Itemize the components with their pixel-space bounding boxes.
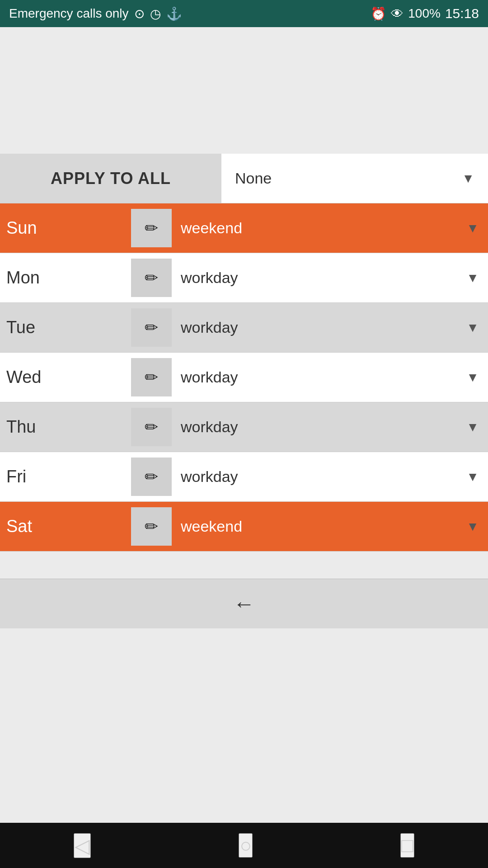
back-row: ← [0, 579, 488, 628]
edit-icon-mon [145, 269, 158, 288]
edit-button-sun[interactable] [131, 209, 172, 247]
battery-text: 100% [408, 6, 441, 21]
day-type-mon: workday [181, 269, 238, 287]
day-dropdown-fri[interactable]: workday▼ [176, 468, 488, 486]
day-row-wed: Wedworkday▼ [0, 353, 488, 402]
day-label-wed: Wed [0, 368, 131, 387]
back-button[interactable]: ← [233, 591, 255, 616]
apply-dropdown-chevron: ▼ [462, 171, 474, 186]
edit-button-sat[interactable] [131, 507, 172, 546]
day-dropdown-sat[interactable]: weekend▼ [176, 518, 488, 535]
nav-recent-button[interactable]: □ [400, 833, 414, 858]
day-dropdown-wed[interactable]: workday▼ [176, 368, 488, 386]
day-label-tue: Tue [0, 318, 131, 337]
day-chevron-mon: ▼ [466, 271, 479, 285]
day-label-sat: Sat [0, 517, 131, 536]
status-right: ⏰ 👁 100% 15:18 [371, 6, 479, 21]
day-dropdown-mon[interactable]: workday▼ [176, 269, 488, 287]
day-row-mon: Monworkday▼ [0, 253, 488, 303]
day-row-sun: Sunweekend▼ [0, 203, 488, 253]
day-chevron-tue: ▼ [466, 321, 479, 335]
day-chevron-wed: ▼ [466, 370, 479, 385]
day-dropdown-sun[interactable]: weekend▼ [176, 219, 488, 237]
day-type-wed: workday [181, 368, 238, 386]
day-row-tue: Tueworkday▼ [0, 303, 488, 353]
edit-button-fri[interactable] [131, 458, 172, 496]
day-label-thu: Thu [0, 417, 131, 437]
edit-icon-thu [145, 418, 158, 437]
day-type-tue: workday [181, 319, 238, 336]
edit-icon-sat [145, 517, 158, 536]
day-type-sun: weekend [181, 219, 242, 237]
edit-icon-sun [145, 219, 158, 238]
nav-home-button[interactable]: ○ [239, 833, 253, 858]
edit-icon-fri [145, 467, 158, 486]
apply-to-all-dropdown[interactable]: None ▼ [221, 154, 488, 203]
main-content: APPLY TO ALL None ▼ Sunweekend▼Monworkda… [0, 154, 488, 823]
day-label-sun: Sun [0, 218, 131, 238]
edit-button-mon[interactable] [131, 259, 172, 297]
wifi-icon: ⊙ [134, 6, 145, 21]
day-row-fri: Friworkday▼ [0, 452, 488, 502]
edit-button-thu[interactable] [131, 408, 172, 446]
nav-bar: ◁ ○ □ [0, 823, 488, 868]
day-label-mon: Mon [0, 268, 131, 288]
status-calls-text: Emergency calls only [9, 6, 129, 21]
status-bar: Emergency calls only ⊙ ◷ ⚓ ⏰ 👁 100% 15:1… [0, 0, 488, 27]
usb-icon: ⚓ [166, 6, 182, 21]
day-type-sat: weekend [181, 518, 242, 535]
edit-button-tue[interactable] [131, 308, 172, 347]
day-chevron-sat: ▼ [466, 519, 479, 534]
top-spacer [0, 27, 488, 154]
edit-button-wed[interactable] [131, 358, 172, 396]
apply-dropdown-value: None [235, 170, 272, 187]
status-left: Emergency calls only ⊙ ◷ ⚓ [9, 6, 182, 21]
day-row-thu: Thuworkday▼ [0, 402, 488, 452]
edit-icon-wed [145, 368, 158, 387]
status-time: 15:18 [445, 6, 479, 21]
nav-back-button[interactable]: ◁ [74, 833, 91, 858]
days-container: Sunweekend▼Monworkday▼Tueworkday▼Wedwork… [0, 203, 488, 552]
day-row-sat: Satweekend▼ [0, 502, 488, 552]
day-dropdown-thu[interactable]: workday▼ [176, 418, 488, 436]
history-icon: ◷ [150, 6, 161, 21]
eye-icon: 👁 [391, 6, 404, 21]
day-chevron-sun: ▼ [466, 221, 479, 236]
day-type-fri: workday [181, 468, 238, 486]
day-chevron-thu: ▼ [466, 420, 479, 434]
apply-to-all-row: APPLY TO ALL None ▼ [0, 154, 488, 203]
alarm-icon: ⏰ [371, 6, 386, 21]
apply-to-all-button[interactable]: APPLY TO ALL [0, 154, 221, 203]
day-type-thu: workday [181, 418, 238, 436]
day-label-fri: Fri [0, 467, 131, 486]
day-dropdown-tue[interactable]: workday▼ [176, 319, 488, 336]
day-chevron-fri: ▼ [466, 470, 479, 484]
edit-icon-tue [145, 318, 158, 337]
